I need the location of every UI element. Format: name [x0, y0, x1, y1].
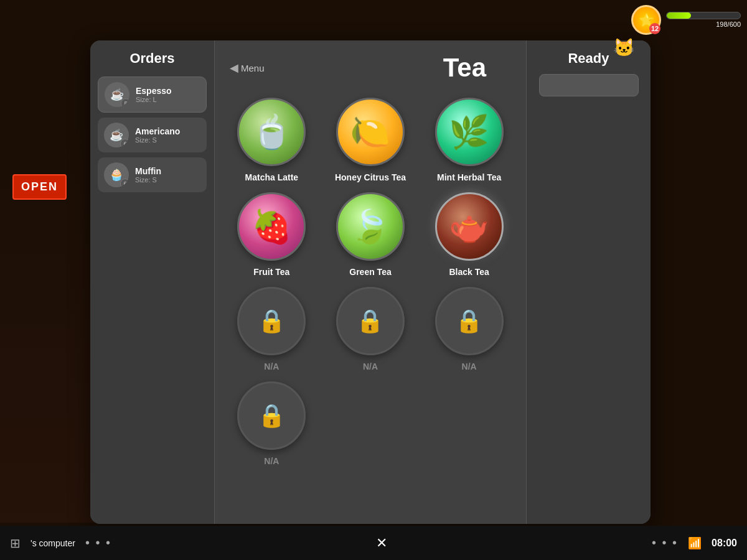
item-label-green: Green Tea: [349, 267, 391, 277]
ready-panel: Ready: [526, 40, 651, 524]
order-item-muffin[interactable]: 🧁 6 Muffin Size: S: [98, 157, 207, 192]
order-badge-espresso: 8: [121, 98, 129, 107]
item-circle-fruit: 🍓: [237, 192, 306, 261]
order-avatar-espresso: ☕ 8: [105, 82, 129, 107]
back-button[interactable]: ◀ Menu: [230, 61, 265, 75]
back-label: Menu: [241, 63, 265, 73]
menu-item-fruit-tea[interactable]: 🍓 Fruit Tea: [230, 192, 314, 277]
menu-item-matcha-latte[interactable]: 🍵 Matcha Latte: [230, 98, 314, 182]
xp-bar-fill: [667, 12, 691, 19]
item-circle-green: 🍃: [336, 192, 405, 261]
order-item-americano[interactable]: ☕ 6 Americano Size: S: [98, 118, 207, 152]
xp-bar-background: [666, 12, 741, 19]
item-circle-locked-4: 🔒: [237, 381, 306, 450]
item-label-locked-1: N/A: [264, 362, 279, 371]
item-circle-matcha: 🍵: [237, 98, 306, 166]
order-avatar-muffin: 🧁 6: [104, 162, 129, 187]
order-name-muffin: Muffin: [135, 166, 161, 176]
xp-bar-container: 198/600: [666, 12, 741, 28]
lock-icon-4: 🔒: [258, 403, 286, 429]
menu-item-honey-citrus[interactable]: 🍋 Honey Citrus Tea: [329, 98, 413, 182]
taskbar-dots-right: • • •: [652, 536, 678, 550]
order-item-espresso[interactable]: ☕ 8 Espesso Size: L: [98, 77, 207, 113]
open-sign: OPEN: [12, 174, 67, 200]
taskbar-grid-icon[interactable]: ⊞: [10, 536, 21, 551]
menu-item-green-tea[interactable]: 🍃 Green Tea: [329, 192, 413, 277]
menu-item-locked-2: 🔒 N/A: [329, 287, 413, 371]
level-number: 12: [649, 23, 660, 34]
item-circle-locked-2: 🔒: [336, 287, 405, 355]
item-label-matcha: Matcha Latte: [245, 172, 299, 182]
taskbar-close-button[interactable]: ✕: [376, 535, 387, 551]
main-content: ◀ Menu Tea 🍵 Matcha Latte 🍋: [215, 40, 526, 524]
item-circle-honey: 🍋: [336, 98, 405, 166]
menu-item-locked-3: 🔒 N/A: [427, 287, 511, 371]
order-name-espresso: Espesso: [136, 86, 172, 96]
xp-text: 198/600: [666, 21, 741, 28]
page-title: Tea: [443, 53, 486, 83]
left-scene: OPEN: [0, 124, 100, 523]
taskbar-wifi-icon: 📶: [688, 536, 702, 550]
menu-item-black-tea[interactable]: 🫖 Black Tea: [427, 192, 511, 277]
item-label-locked-3: N/A: [462, 362, 477, 371]
ready-title: Ready: [568, 50, 609, 67]
taskbar: ⊞ 's computer • • • ✕ • • • 📶 08:00: [0, 526, 747, 560]
menu-item-locked-1: 🔒 N/A: [230, 287, 314, 371]
item-label-locked-4: N/A: [264, 456, 279, 466]
content-header: ◀ Menu Tea: [230, 53, 511, 83]
item-label-fruit: Fruit Tea: [253, 267, 289, 277]
taskbar-title: 's computer: [31, 538, 75, 548]
item-label-locked-2: N/A: [363, 362, 378, 371]
lock-icon-1: 🔒: [258, 308, 286, 334]
order-name-americano: Americano: [135, 126, 180, 136]
back-arrow-icon: ◀: [230, 61, 238, 75]
main-window: Orders ☕ 8 Espesso Size: L ☕ 6 Americano: [90, 40, 651, 524]
lock-icon-2: 🔒: [356, 308, 384, 334]
cat-icon: 🐱: [613, 37, 635, 58]
order-size-espresso: Size: L: [136, 96, 172, 103]
menu-item-mint-herbal[interactable]: 🌿 Mint Herbal Tea: [427, 98, 511, 182]
menu-item-locked-4: 🔒 N/A: [230, 381, 314, 466]
order-size-americano: Size: S: [135, 136, 180, 144]
order-badge-americano: 6: [120, 139, 129, 147]
order-avatar-americano: ☕ 6: [104, 123, 129, 147]
top-hud: ⭐ 12 198/600: [631, 5, 741, 35]
order-badge-muffin: 6: [120, 179, 129, 187]
item-label-black: Black Tea: [449, 267, 489, 277]
taskbar-time: 08:00: [712, 538, 737, 549]
sidebar-title: Orders: [98, 50, 207, 67]
item-circle-black: 🫖: [435, 192, 504, 261]
item-label-mint: Mint Herbal Tea: [437, 172, 501, 182]
orders-sidebar: Orders ☕ 8 Espesso Size: L ☕ 6 Americano: [90, 40, 215, 524]
window-body: Orders ☕ 8 Espesso Size: L ☕ 6 Americano: [90, 40, 651, 524]
level-badge: ⭐ 12: [631, 5, 661, 35]
menu-grid: 🍵 Matcha Latte 🍋 Honey Citrus Tea 🌿: [230, 98, 511, 466]
item-circle-mint: 🌿: [435, 98, 504, 166]
order-size-muffin: Size: S: [135, 176, 161, 184]
lock-icon-3: 🔒: [455, 308, 483, 334]
taskbar-dots-left: • • •: [85, 536, 111, 550]
ready-slot: [539, 74, 639, 96]
item-label-honey: Honey Citrus Tea: [335, 172, 406, 182]
item-circle-locked-3: 🔒: [435, 287, 504, 355]
item-circle-locked-1: 🔒: [237, 287, 306, 355]
